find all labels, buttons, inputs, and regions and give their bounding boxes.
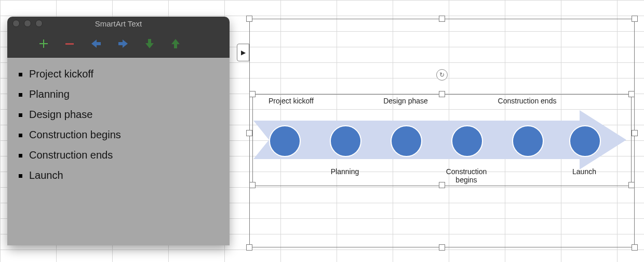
timeline-label: Project kickoff <box>269 97 331 105</box>
svg-rect-0 <box>65 43 74 45</box>
smartart-text-panel[interactable]: SmartArt Text Project kickoff Planning D… <box>7 17 230 245</box>
selection-handle[interactable] <box>439 16 445 22</box>
selection-handle[interactable] <box>628 91 635 97</box>
list-item[interactable]: Construction ends <box>17 145 220 165</box>
arrow-down-icon[interactable] <box>144 38 155 49</box>
rotate-handle[interactable]: ↻ <box>436 69 448 81</box>
timeline-node[interactable] <box>512 125 544 157</box>
selection-handle[interactable] <box>439 244 445 251</box>
timeline-node[interactable] <box>330 125 361 157</box>
smartart-graphic[interactable]: ▶ ↻ Project kickoff Design phase Constru… <box>249 19 635 247</box>
selection-handle[interactable] <box>249 91 256 97</box>
panel-toolbar <box>7 30 230 58</box>
timeline-label: Planning <box>314 167 376 176</box>
zoom-icon[interactable] <box>35 20 43 27</box>
selection-handle[interactable] <box>632 16 638 22</box>
selection-handle[interactable] <box>249 182 256 188</box>
timeline-label: Design phase <box>374 97 437 105</box>
timeline-node[interactable] <box>391 125 422 157</box>
arrow-right-icon[interactable] <box>117 38 129 49</box>
selection-handle[interactable] <box>246 130 252 136</box>
selection-handle[interactable] <box>632 130 638 136</box>
arrow-left-icon[interactable] <box>90 38 102 49</box>
timeline-node[interactable] <box>269 125 301 157</box>
timeline-node[interactable] <box>569 125 601 157</box>
text-pane-toggle[interactable]: ▶ <box>237 44 249 61</box>
arrow-up-icon[interactable] <box>170 38 181 49</box>
selection-handle[interactable] <box>246 16 252 22</box>
window-controls[interactable] <box>12 20 43 27</box>
panel-titlebar[interactable]: SmartArt Text <box>7 17 230 30</box>
remove-icon[interactable] <box>64 38 75 49</box>
list-item[interactable]: Launch <box>17 165 220 186</box>
timeline-node[interactable] <box>451 125 483 157</box>
minimize-icon[interactable] <box>24 20 31 27</box>
list-item[interactable]: Construction begins <box>17 125 220 145</box>
selection-handle[interactable] <box>246 244 252 251</box>
close-icon[interactable] <box>12 20 20 27</box>
timeline-label: Construction ends <box>496 97 558 105</box>
add-icon[interactable] <box>38 38 49 49</box>
selection-handle[interactable] <box>439 91 445 97</box>
list-item[interactable]: Design phase <box>17 104 220 125</box>
selection-handle[interactable] <box>628 182 635 188</box>
selection-handle[interactable] <box>439 182 445 188</box>
list-item[interactable]: Project kickoff <box>17 64 220 84</box>
timeline-label: Launch <box>553 167 615 176</box>
panel-list[interactable]: Project kickoff Planning Design phase Co… <box>7 58 230 245</box>
selection-handle[interactable] <box>632 244 638 251</box>
list-item[interactable]: Planning <box>17 84 220 104</box>
